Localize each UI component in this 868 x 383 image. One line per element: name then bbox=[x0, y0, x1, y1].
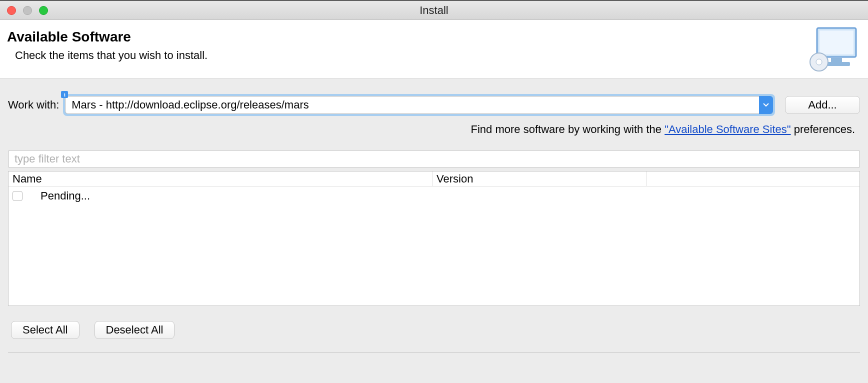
svg-rect-1 bbox=[820, 30, 854, 54]
info-badge-icon bbox=[61, 91, 68, 98]
row-checkbox[interactable] bbox=[12, 191, 22, 201]
work-with-input[interactable] bbox=[65, 96, 773, 114]
close-window-button[interactable] bbox=[7, 6, 16, 15]
column-version[interactable]: Version bbox=[432, 172, 646, 186]
deselect-all-button[interactable]: Deselect All bbox=[94, 321, 175, 339]
table-header: Name Version bbox=[8, 172, 860, 186]
monitor-install-icon bbox=[808, 27, 858, 72]
table-row[interactable]: Pending... bbox=[8, 188, 860, 204]
column-name[interactable]: Name bbox=[8, 172, 432, 186]
window-controls bbox=[7, 6, 48, 15]
page-title: Available Software bbox=[7, 29, 861, 45]
filter-input[interactable] bbox=[8, 150, 860, 168]
work-with-label: Work with: bbox=[8, 98, 61, 112]
wizard-body: Work with: Add... Find more software by … bbox=[0, 79, 868, 352]
row-name: Pending... bbox=[40, 190, 90, 202]
wizard-header: Available Software Check the items that … bbox=[0, 20, 868, 79]
column-blank bbox=[646, 172, 860, 186]
svg-point-5 bbox=[816, 59, 822, 65]
minimize-window-button[interactable] bbox=[23, 6, 32, 15]
sites-hint-prefix: Find more software by working with the bbox=[471, 123, 665, 136]
table-body: Pending... bbox=[8, 186, 860, 206]
chevron-down-icon bbox=[763, 103, 769, 107]
svg-rect-2 bbox=[831, 58, 842, 62]
software-table[interactable]: Name Version Pending... bbox=[8, 171, 860, 306]
work-with-row: Work with: Add... bbox=[8, 96, 860, 114]
work-with-dropdown-button[interactable] bbox=[759, 96, 773, 114]
window-title: Install bbox=[0, 1, 868, 20]
page-subtitle: Check the items that you wish to install… bbox=[15, 49, 861, 62]
title-bar: Install bbox=[0, 0, 868, 20]
add-site-button[interactable]: Add... bbox=[785, 96, 860, 114]
sites-hint-suffix: preferences. bbox=[791, 123, 855, 136]
select-all-button[interactable]: Select All bbox=[11, 321, 80, 339]
sites-hint: Find more software by working with the "… bbox=[8, 123, 860, 136]
zoom-window-button[interactable] bbox=[39, 6, 48, 15]
available-software-sites-link[interactable]: "Available Software Sites" bbox=[664, 123, 790, 136]
separator bbox=[8, 352, 860, 352]
selection-buttons: Select All Deselect All bbox=[8, 321, 860, 339]
work-with-combo[interactable] bbox=[65, 96, 773, 114]
